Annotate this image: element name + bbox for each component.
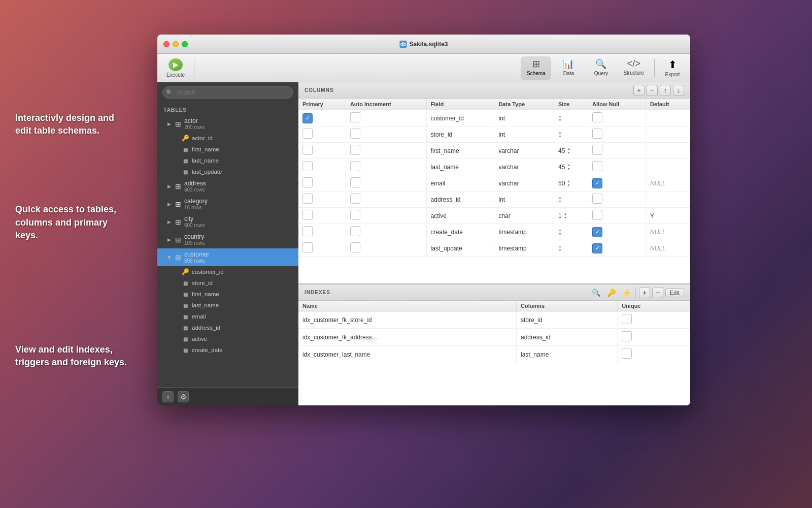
tab-schema[interactable]: ⊞ Schema	[521, 56, 551, 80]
sidebar-item-city[interactable]: ▶ ⊞ city 600 rows	[157, 213, 298, 231]
primary-checkbox-6[interactable]	[302, 210, 313, 220]
col-primary-7[interactable]	[298, 224, 346, 240]
idx-search-icon[interactable]: 🔍	[590, 287, 602, 299]
columns-down-button[interactable]: ↓	[673, 85, 684, 96]
sidebar-item-actor[interactable]: ▶ ⊞ actor 200 rows	[157, 115, 298, 133]
sidebar-item-country[interactable]: ▶ ⊞ country 109 rows	[157, 231, 298, 248]
auto-inc-checkbox-7[interactable]	[350, 226, 360, 236]
idx-key-icon[interactable]: 🔑	[605, 287, 617, 299]
actor-column-last_name[interactable]: ▦ last_name	[157, 155, 298, 166]
allownull-checkbox-4[interactable]	[592, 178, 602, 188]
col-auto-inc-2[interactable]	[346, 143, 426, 159]
columns-row-6[interactable]: activechar1▲▼Y	[298, 208, 690, 224]
columns-row-7[interactable]: create_datetimestamp▲▼NULL	[298, 224, 690, 240]
sidebar-item-category[interactable]: ▶ ⊞ category 16 rows	[157, 195, 298, 213]
col-size-8[interactable]: ▲▼	[554, 240, 588, 257]
columns-row-2[interactable]: first_namevarchar45▲▼	[298, 143, 690, 159]
primary-checkbox-7[interactable]	[302, 226, 313, 236]
auto-inc-checkbox-0[interactable]	[350, 112, 360, 122]
col-size-3[interactable]: 45▲▼	[554, 159, 588, 175]
customer-column-store_id[interactable]: ▦ store_id	[157, 277, 298, 289]
customer-column-create_date[interactable]: ▦ create_date	[157, 344, 298, 356]
size-stepper-6[interactable]: ▲▼	[564, 212, 567, 219]
primary-checkbox-8[interactable]	[302, 242, 313, 252]
columns-add-button[interactable]: +	[633, 85, 645, 96]
unique-checkbox-0[interactable]	[622, 314, 632, 324]
idx-edit-button[interactable]: Edit	[665, 288, 684, 297]
customer-column-last_name[interactable]: ▦ last_name	[157, 300, 298, 311]
minimize-button[interactable]	[173, 41, 179, 47]
index-row-2[interactable]: idx_customer_last_namelast_name	[298, 346, 690, 363]
unique-checkbox-1[interactable]	[622, 331, 632, 341]
idx-add-button[interactable]: +	[639, 287, 650, 298]
allownull-checkbox-7[interactable]	[592, 227, 602, 237]
unique-checkbox-2[interactable]	[622, 348, 632, 359]
columns-row-0[interactable]: customer_idint▲▼	[298, 110, 690, 126]
actor-column-last_update[interactable]: ▦ last_update	[157, 166, 298, 177]
primary-checkbox-3[interactable]	[302, 161, 313, 171]
allownull-checkbox-0[interactable]	[592, 112, 602, 122]
size-stepper-3[interactable]: ▲▼	[567, 163, 570, 171]
col-primary-1[interactable]	[298, 126, 346, 143]
search-input[interactable]	[162, 86, 293, 99]
col-auto-inc-0[interactable]	[346, 110, 426, 126]
primary-checkbox-1[interactable]	[302, 129, 313, 139]
execute-button[interactable]: ▶ Execute	[162, 56, 189, 80]
auto-inc-checkbox-3[interactable]	[350, 161, 360, 171]
size-stepper-5[interactable]: ▲▼	[558, 196, 584, 203]
col-size-2[interactable]: 45▲▼	[554, 143, 588, 159]
col-primary-8[interactable]	[298, 240, 346, 257]
allownull-checkbox-1[interactable]	[592, 129, 602, 139]
columns-up-button[interactable]: ↑	[660, 85, 671, 96]
col-auto-inc-8[interactable]	[346, 240, 426, 257]
col-primary-6[interactable]	[298, 208, 346, 224]
columns-row-1[interactable]: store_idint▲▼	[298, 126, 690, 143]
fullscreen-button[interactable]	[182, 41, 188, 47]
col-allownull-8[interactable]	[588, 240, 646, 257]
col-allownull-2[interactable]	[588, 143, 646, 159]
primary-checkbox-4[interactable]	[302, 177, 313, 187]
customer-column-first_name[interactable]: ▦ first_name	[157, 289, 298, 300]
customer-column-email[interactable]: ▦ email	[157, 311, 298, 322]
size-stepper-4[interactable]: ▲▼	[567, 179, 570, 187]
idx-minus-button[interactable]: −	[652, 287, 663, 298]
allownull-checkbox-5[interactable]	[592, 194, 602, 204]
primary-checkbox-5[interactable]	[302, 194, 313, 204]
size-stepper-8[interactable]: ▲▼	[558, 244, 584, 252]
customer-column-customer_id[interactable]: 🔑 customer_id	[157, 266, 298, 277]
sidebar-item-address[interactable]: ▶ ⊞ address 603 rows	[157, 177, 298, 195]
col-size-7[interactable]: ▲▼	[554, 224, 588, 240]
primary-checkbox-2[interactable]	[302, 145, 313, 155]
col-allownull-6[interactable]	[588, 208, 646, 224]
col-auto-inc-6[interactable]	[346, 208, 426, 224]
tab-data[interactable]: 📊 Data	[553, 56, 584, 80]
col-primary-0[interactable]	[298, 110, 346, 126]
auto-inc-checkbox-8[interactable]	[350, 242, 360, 252]
columns-row-4[interactable]: emailvarchar50▲▼NULL	[298, 175, 690, 192]
col-allownull-7[interactable]	[588, 224, 646, 240]
customer-column-address_id[interactable]: ▦ address_id	[157, 322, 298, 333]
gear-button[interactable]: ⚙	[178, 391, 189, 402]
auto-inc-checkbox-5[interactable]	[350, 194, 360, 204]
col-auto-inc-4[interactable]	[346, 175, 426, 192]
export-button[interactable]: ⬆ Export	[660, 56, 685, 80]
col-size-1[interactable]: ▲▼	[554, 126, 588, 143]
close-button[interactable]	[163, 41, 170, 47]
col-allownull-4[interactable]	[588, 175, 646, 192]
columns-remove-button[interactable]: −	[647, 85, 658, 96]
actor-column-first_name[interactable]: ▦ first_name	[157, 144, 298, 155]
tab-query[interactable]: 🔍 Query	[586, 56, 616, 80]
customer-column-active[interactable]: ▦ active	[157, 333, 298, 344]
index-row-0[interactable]: idx_customer_fk_store_idstore_id	[298, 311, 690, 329]
primary-checkbox-0[interactable]	[302, 113, 313, 123]
col-allownull-0[interactable]	[588, 110, 646, 126]
size-stepper-7[interactable]: ▲▼	[558, 228, 584, 236]
idx-unique-1[interactable]	[618, 329, 690, 346]
allownull-checkbox-8[interactable]	[592, 243, 602, 253]
col-auto-inc-7[interactable]	[346, 224, 426, 240]
auto-inc-checkbox-6[interactable]	[350, 210, 360, 220]
columns-row-5[interactable]: address_idint▲▼	[298, 192, 690, 208]
tab-structure[interactable]: </> Structure	[618, 56, 649, 80]
col-primary-5[interactable]	[298, 192, 346, 208]
col-auto-inc-1[interactable]	[346, 126, 426, 143]
